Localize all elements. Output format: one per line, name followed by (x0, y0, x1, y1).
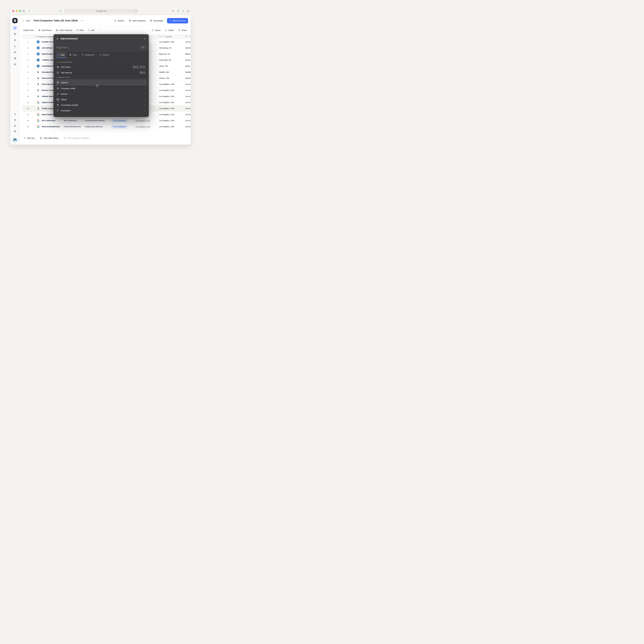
cell-num[interactable]: 4 (22, 57, 34, 63)
cell-loc2[interactable]: Bayon (183, 51, 191, 57)
cell-industry[interactable]: Engineering Services (84, 124, 110, 130)
cell-location[interactable]: Akron, OH (157, 63, 183, 69)
cell-num[interactable]: 15 (22, 124, 34, 130)
find-people-button[interactable]: Find peaple (150, 19, 163, 22)
cell-location[interactable]: Auburn, WA (157, 75, 183, 81)
cell-location[interactable]: Los Angeles, USA (157, 87, 183, 93)
checkbox-icon[interactable] (27, 36, 29, 38)
cell-name2[interactable]: Nix Conference (62, 118, 84, 124)
close-window-button[interactable] (12, 10, 14, 12)
cell-location[interactable]: Los Angeles, USA (157, 81, 183, 87)
browser-forward-icon[interactable] (32, 10, 35, 12)
sidebar-item-banknote[interactable] (12, 50, 18, 55)
browser-back-icon[interactable] (28, 10, 31, 12)
cell-num[interactable]: 11 (22, 99, 34, 105)
enrichment-item-tech-stack[interactable]: Tech Stack+2~1 (53, 64, 149, 70)
cell-num[interactable]: 6 (22, 69, 34, 75)
cell-location[interactable]: Los Angeles, USA (157, 118, 183, 124)
sort-button[interactable]: Sort (87, 29, 95, 31)
sidebar-item-help[interactable] (12, 123, 18, 128)
default-view-button[interactable]: Default view (23, 29, 34, 31)
tab-overview-icon[interactable] (187, 10, 189, 12)
sidebar-item-grid[interactable] (12, 25, 18, 31)
sidebar-item-chart[interactable] (12, 44, 18, 49)
cell-company[interactable]: Pulse Entertainment (34, 124, 62, 130)
find-lookalikes-button[interactable]: Find company Lookalikes (64, 137, 89, 139)
sidebar-item-bell[interactable] (12, 111, 18, 116)
export-button[interactable]: Export (165, 29, 174, 31)
enrichment-item-description[interactable]: Description (53, 108, 149, 113)
cell-location[interactable]: Los Angeles, USA (157, 105, 183, 111)
cell-num[interactable]: 3 (22, 51, 34, 57)
new-tab-icon[interactable] (182, 10, 184, 12)
avatar[interactable] (12, 138, 17, 143)
enrichment-item-address[interactable]: Address (55, 79, 147, 86)
cell-company[interactable]: Nix Conference (34, 118, 62, 124)
cell-loc2[interactable]: Seattle (183, 69, 191, 75)
cell-name2[interactable]: Pulse Entertainment (62, 124, 84, 130)
cell-loc2[interactable]: Green (183, 57, 191, 63)
cell-num[interactable]: 12 (22, 105, 34, 111)
columns-button[interactable]: 13/15 Clomuns (56, 29, 72, 31)
cell-loc2[interactable]: Los Ar (183, 87, 191, 93)
cell-loc2[interactable]: Los Ar (183, 93, 191, 99)
table-row[interactable]: 14Nix ConferenceNix ConferenceEnvironmen… (22, 118, 191, 124)
cell-loc_link[interactable]: Los Angeles, USA (134, 124, 157, 130)
back-chevron-icon[interactable] (22, 20, 25, 22)
cell-loc2[interactable]: Los Ar (183, 81, 191, 87)
sidebar-toggle-icon[interactable] (23, 10, 25, 12)
shield-icon[interactable] (59, 10, 62, 12)
cell-num[interactable]: 7 (22, 75, 34, 81)
new-row-button[interactable]: New row (24, 137, 35, 139)
cell-loc2[interactable]: Los Ar (183, 99, 191, 105)
cell-num[interactable]: 1 (22, 39, 34, 45)
cell-industry[interactable]: Environmental Services (84, 118, 110, 124)
share-button[interactable]: Share (178, 29, 187, 31)
enrichment-item-crunchbase-handle[interactable]: $Crunchbase Handle (53, 102, 149, 108)
cell-location[interactable]: Los Angeles, USA (157, 99, 183, 105)
cell-location[interactable]: Harrisburg, PA (157, 45, 183, 51)
modal-tab-integrations[interactable]: Integrations (80, 52, 96, 58)
rows-button[interactable]: 16/16 Rows (38, 29, 52, 31)
sidebar-item-rocket[interactable] (12, 117, 18, 122)
sidebar-item-table[interactable] (12, 31, 18, 37)
url-bar[interactable]: aegis.com (64, 9, 138, 13)
cell-num[interactable]: 2 (22, 45, 34, 51)
cell-loc2[interactable]: Los Ar (183, 105, 191, 111)
sidebar-item-cards[interactable] (12, 56, 18, 61)
cell-location[interactable]: Seattle, WA (157, 69, 183, 75)
cell-employees[interactable]: 11-50 employees (110, 124, 134, 130)
cell-location[interactable]: Los Angeles, USA (157, 39, 183, 45)
add-companies-button[interactable]: Add companies (129, 19, 146, 22)
cell-loc2[interactable]: Los Ar (183, 118, 191, 124)
add-enrichment-button[interactable]: Add enrichemnt (167, 18, 188, 23)
cell-loc2[interactable]: Auburn (183, 75, 191, 81)
cell-num[interactable]: 13 (22, 112, 34, 117)
import-button[interactable]: Import (152, 29, 161, 31)
cell-num[interactable]: 9 (22, 87, 34, 93)
zoom-window-button[interactable] (19, 10, 21, 12)
select-all-checkbox[interactable] (22, 34, 34, 39)
cell-location[interactable]: Los Angeles, USA (157, 112, 183, 117)
cell-loc2[interactable]: Los Ar (183, 124, 191, 130)
modal-search[interactable]: Search.. ⌘ / (53, 43, 149, 52)
modal-tab-recieps[interactable]: Recieps (97, 52, 111, 58)
app-logo[interactable] (12, 18, 18, 23)
sidebar-item-presentation[interactable] (12, 62, 18, 67)
toolbar-more-button[interactable]: ⋯ (98, 29, 100, 32)
table-row[interactable]: 15Pulse EntertainmentPulse Entertainment… (22, 124, 191, 130)
sidebar-item-gear[interactable] (12, 129, 18, 134)
enrichment-item-job-opening[interactable]: Job Opening+3 (53, 70, 149, 75)
cell-location[interactable]: Los Angeles, USA (157, 124, 183, 130)
header-search-button[interactable]: Search.. (114, 19, 125, 22)
location-link[interactable]: Los Angeles, USA (136, 120, 150, 122)
modal-tab-tools[interactable]: Tools (67, 52, 79, 58)
enrichment-item-company-profile[interactable]: Company Profile (53, 86, 149, 91)
enrichment-item-domain[interactable]: Domain (53, 91, 149, 97)
cell-loc2[interactable]: Harrisl (183, 45, 191, 51)
cell-loc2[interactable]: Los Ar (183, 112, 191, 117)
cell-loc2[interactable]: Akron, (183, 63, 191, 69)
cell-loc2[interactable]: Los Ar (183, 39, 191, 45)
downloads-icon[interactable] (172, 10, 174, 12)
minimize-window-button[interactable] (16, 10, 18, 12)
